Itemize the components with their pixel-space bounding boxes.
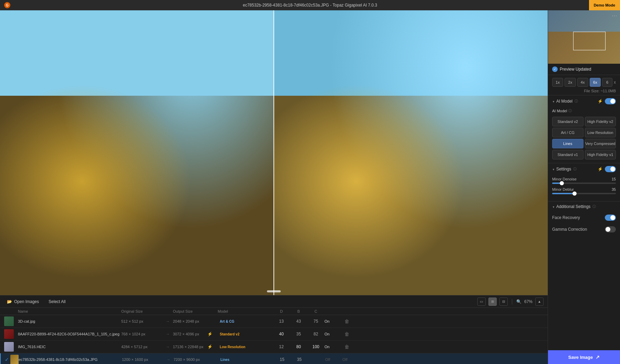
scale-custom-input[interactable] [602, 78, 612, 87]
col-on-off-header [324, 309, 342, 313]
ai-model-label: AI Model [552, 109, 567, 113]
model-high-fidelity-v2-button[interactable]: High Fidelity v2 [585, 117, 616, 126]
more-options-button[interactable]: ⋯ [612, 12, 617, 19]
scale-4x-button[interactable]: 4x [577, 78, 588, 87]
on-off-status1: Off [325, 357, 342, 362]
minor-denoise-track[interactable] [552, 183, 616, 184]
ai-model-toggle-icon [552, 100, 555, 103]
scale-x-label: x [614, 80, 616, 85]
original-size: 1200 × 1600 px [122, 357, 163, 362]
arrow-icon: → [163, 357, 174, 362]
ai-model-info-icon: ⓘ [575, 99, 578, 104]
image-before [0, 10, 274, 295]
model-low-resolution-button[interactable]: Low Resolution [585, 128, 616, 137]
file-name: IMG_7616.HEIC [18, 345, 121, 349]
open-images-button[interactable]: 📂 Open Images [4, 298, 42, 305]
blur-val: 35 [291, 357, 308, 362]
gamma-correction-toggle[interactable] [605, 226, 616, 232]
file-row[interactable]: ✓ ec78532b-2958-4381-8c18-7df46c02c53a.J… [0, 353, 548, 364]
save-image-button[interactable]: Save Image ↗ [548, 350, 620, 364]
preview-thumbnail: ⋯ [548, 10, 620, 64]
denoise-val: 12 [273, 344, 290, 349]
delete-button[interactable]: 🗑 [342, 343, 352, 350]
col-b-header: B [290, 309, 307, 313]
delete-button[interactable]: 🗑 [342, 331, 352, 337]
ai-model-section-header[interactable]: AI Model ⓘ ⚡ [548, 95, 620, 107]
output-size: 17136 × 22848 px [173, 345, 207, 349]
minor-deblur-row: Minor Deblur 35 [552, 187, 616, 194]
preview-updated-label: Preview Updated [560, 67, 591, 72]
split-handle[interactable] [267, 290, 281, 292]
view-split-button[interactable]: ⊞ [488, 298, 497, 306]
minor-denoise-value: 15 [612, 177, 616, 181]
settings-section: Settings ⓘ ⚡ Minor Denoise 15 [548, 163, 620, 201]
preview-check-icon: ✓ [552, 66, 558, 72]
save-image-label: Save Image [568, 355, 593, 360]
split-line[interactable] [273, 10, 274, 295]
bolt-icon: ⚡ [207, 332, 218, 336]
settings-toggle[interactable] [605, 166, 616, 172]
scale-1x-button[interactable]: 1x [552, 78, 563, 87]
settings-section-header[interactable]: Settings ⓘ ⚡ [548, 163, 620, 175]
model-tag: Lines [218, 357, 273, 362]
file-row[interactable]: IMG_7616.HEIC 4284 × 5712 px → 17136 × 2… [0, 341, 548, 353]
select-all-button[interactable]: Select All [46, 298, 68, 305]
zoom-icon: 🔍 [516, 299, 521, 304]
ai-model-toggle[interactable] [605, 98, 616, 104]
model-tag: Art & CG [218, 319, 273, 324]
app-icon: G [4, 2, 10, 8]
on-off-status: On [324, 332, 342, 336]
compress-val: 82 [307, 332, 324, 336]
arrow-icon: → [163, 332, 173, 336]
ai-model-section: AI Model ⓘ ⚡ AI Model ⓘ Standard v2 High… [548, 95, 620, 163]
scale-2x-button[interactable]: 2x [565, 78, 576, 87]
file-list-header: Name Original Size Output Size Model D B… [0, 308, 548, 315]
minor-deblur-value: 35 [612, 187, 616, 191]
file-size-row: File Size: ~11.0MB [548, 88, 620, 95]
compress-val: 75 [307, 319, 324, 324]
compress-val: 100 [307, 344, 324, 349]
settings-bolt-icon: ⚡ [598, 167, 603, 171]
model-high-fidelity-v1-button[interactable]: High Fidelity v1 [585, 150, 616, 159]
zoom-level: 67% [524, 299, 533, 304]
blur-val: 80 [290, 344, 307, 349]
demo-mode-button[interactable]: Demo Mode [589, 0, 620, 10]
image-after [274, 10, 548, 295]
on-off-status: On [324, 345, 342, 349]
minor-denoise-thumb[interactable] [560, 181, 564, 185]
scale-6x-button[interactable]: 6x [590, 78, 601, 87]
file-row[interactable]: 8AAFF220-B899-4F24-82C6-0C6F5444A17B_1_1… [0, 328, 548, 341]
image-viewer[interactable] [0, 10, 548, 295]
settings-content: Minor Denoise 15 Minor Deblur 35 [548, 175, 620, 201]
settings-info-icon: ⓘ [573, 167, 577, 171]
col-c-header: C [307, 309, 324, 313]
minor-deblur-track[interactable] [552, 193, 616, 194]
model-lines-button[interactable]: Lines [552, 139, 583, 148]
view-grid-button[interactable]: ⊟ [499, 298, 508, 306]
gamma-correction-label: Gamma Correction [552, 227, 587, 232]
active-check-icon: ✓ [5, 357, 9, 362]
file-name: 3D-cat.jpg [18, 319, 121, 323]
model-very-compressed-button[interactable]: Very Compressed [585, 139, 616, 148]
model-art-cg-button[interactable]: Art / CG [552, 128, 583, 137]
model-standard-v2-button[interactable]: Standard v2 [552, 117, 583, 126]
denoise-val: 40 [273, 332, 290, 336]
minor-denoise-label: Minor Denoise [552, 177, 577, 181]
minor-deblur-thumb[interactable] [572, 191, 577, 196]
file-size-label: File Size: ~11.0MB [584, 89, 616, 93]
file-row[interactable]: 3D-cat.jpg 512 × 512 px → 2048 × 2048 px… [0, 315, 548, 328]
save-icon: ↗ [596, 354, 600, 360]
file-thumbnail [4, 316, 14, 326]
face-recovery-toggle[interactable] [605, 215, 616, 221]
additional-settings-title: Additional Settings [556, 204, 590, 209]
collapse-button[interactable]: ▲ [535, 298, 544, 306]
additional-settings-info-icon: ⓘ [592, 204, 596, 209]
on-off-status: On [324, 319, 342, 323]
model-standard-v1-button[interactable]: Standard v1 [552, 150, 583, 159]
additional-settings-header[interactable]: Additional Settings ⓘ [548, 201, 620, 212]
delete-button[interactable]: 🗑 [342, 318, 352, 325]
file-list-toolbar: 📂 Open Images Select All ▭ ⊞ ⊟ 🔍 67% ▲ [0, 295, 548, 308]
file-thumbnail [4, 342, 14, 352]
view-single-button[interactable]: ▭ [477, 298, 486, 306]
gamma-correction-row: Gamma Correction [548, 223, 620, 235]
